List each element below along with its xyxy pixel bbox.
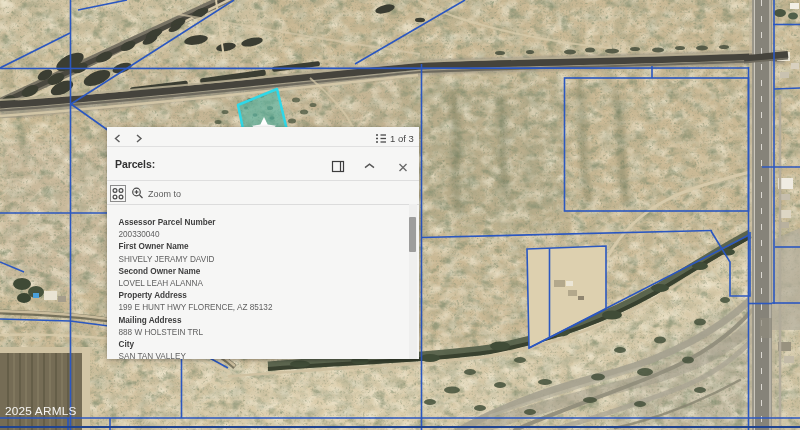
svg-text:Zoom to: Zoom to: [148, 189, 181, 199]
